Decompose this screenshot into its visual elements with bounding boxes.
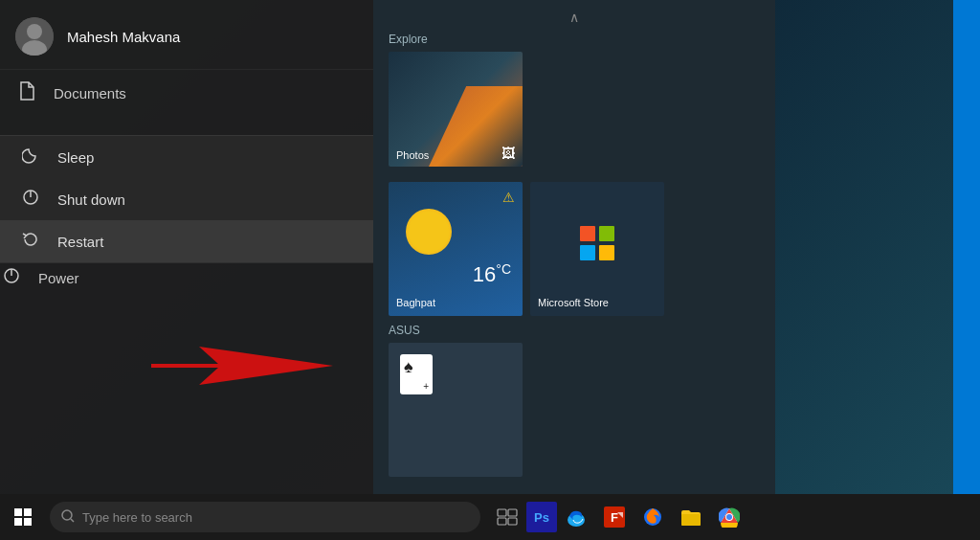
start-menu-tiles: ∧ Explore Photos 🖼 ⚠ 16°C — [373, 0, 775, 494]
search-icon — [61, 509, 75, 526]
restart-label: Restart — [57, 234, 103, 250]
svg-rect-13 — [24, 508, 32, 516]
explore-section-label: Explore — [389, 33, 760, 46]
svg-rect-15 — [24, 518, 32, 526]
user-name: Mahesh Makvana — [67, 29, 180, 45]
svg-rect-10 — [599, 245, 614, 260]
sleep-label: Sleep — [57, 149, 94, 166]
svg-rect-12 — [14, 508, 22, 516]
file-explorer-button[interactable] — [672, 498, 710, 536]
chrome-button[interactable] — [710, 498, 748, 536]
power-button[interactable]: Power — [0, 262, 373, 292]
svg-rect-8 — [599, 226, 614, 241]
weather-temp: 16°C — [473, 261, 511, 287]
weather-tile[interactable]: ⚠ 16°C Baghpat — [389, 182, 523, 316]
firefox-button[interactable] — [634, 498, 672, 536]
sidebar-item-documents[interactable]: Documents — [0, 70, 373, 116]
svg-rect-20 — [498, 518, 506, 525]
svg-rect-21 — [508, 518, 517, 525]
taskbar-search-bar[interactable]: Type here to search — [50, 502, 480, 532]
photoshop-icon[interactable]: Ps — [526, 502, 557, 532]
svg-rect-9 — [580, 245, 595, 260]
store-icon — [578, 224, 616, 271]
svg-point-30 — [726, 514, 732, 520]
svg-line-17 — [71, 519, 74, 522]
shutdown-label: Shut down — [57, 191, 125, 208]
svg-rect-27 — [681, 514, 701, 526]
power-submenu: Sleep Shut down — [0, 135, 373, 262]
desktop: Mahesh Makvana Documents — [0, 0, 980, 540]
solitaire-tile[interactable]: ♠ + — [389, 343, 523, 477]
photos-label: Photos — [396, 149, 429, 161]
weather-warning-icon: ⚠ — [502, 190, 515, 205]
collapse-arrow-icon[interactable]: ∧ — [569, 10, 579, 25]
weather-city-label: Baghpat — [396, 297, 435, 308]
search-placeholder-text: Type here to search — [82, 510, 192, 525]
power-icon — [0, 267, 23, 288]
svg-rect-7 — [580, 226, 595, 241]
restart-icon — [19, 231, 42, 252]
store-label: Microsoft Store — [538, 297, 609, 308]
power-label: Power — [38, 270, 79, 286]
svg-rect-14 — [14, 518, 22, 526]
documents-label: Documents — [54, 85, 126, 101]
ps-label: Ps — [534, 510, 549, 525]
filezilla-button[interactable]: F — [595, 498, 634, 536]
edge-button[interactable] — [557, 498, 595, 536]
taskbar: Type here to search Ps — [0, 494, 980, 540]
store-tile[interactable]: Microsoft Store — [530, 182, 664, 316]
svg-text:F: F — [611, 510, 618, 525]
shutdown-icon — [19, 189, 42, 210]
svg-point-16 — [62, 510, 72, 520]
svg-point-1 — [27, 24, 42, 39]
user-section[interactable]: Mahesh Makvana — [0, 0, 373, 70]
photos-icon: 🖼 — [501, 146, 515, 161]
right-strip — [953, 0, 980, 540]
restart-item[interactable]: Restart — [0, 220, 373, 262]
asus-section-label: ASUS — [389, 324, 760, 337]
tiles-row-1: Photos 🖼 — [389, 52, 760, 174]
start-menu-left-panel: Mahesh Makvana Documents — [0, 0, 373, 494]
sleep-item[interactable]: Sleep — [0, 136, 373, 178]
avatar — [15, 17, 54, 56]
svg-rect-19 — [508, 509, 517, 516]
tiles-row-3: ♠ + — [389, 343, 760, 477]
weather-sun-icon — [406, 209, 452, 255]
photos-tile[interactable]: Photos 🖼 — [389, 52, 523, 167]
solitaire-card: ♠ + — [400, 354, 433, 394]
tiles-row-2: ⚠ 16°C Baghpat Microsoft Store — [389, 182, 760, 316]
start-button[interactable] — [0, 494, 46, 540]
sleep-icon — [19, 146, 42, 168]
svg-rect-18 — [498, 509, 506, 516]
shutdown-item[interactable]: Shut down — [0, 178, 373, 220]
document-icon — [15, 81, 38, 104]
taskview-button[interactable] — [488, 498, 526, 536]
